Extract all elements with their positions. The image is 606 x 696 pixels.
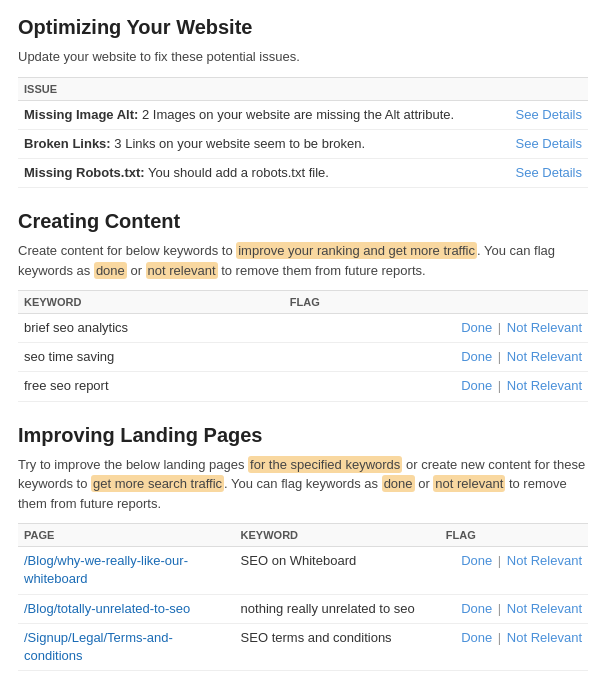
issue-detail: 3 Links on your website seem to be broke… — [114, 136, 365, 151]
creating-content-desc: Create content for below keywords to imp… — [18, 241, 588, 280]
table-row: Missing Robots.txt: You should add a rob… — [18, 158, 588, 187]
highlight-not-relevant: not relevant — [146, 262, 218, 279]
table-row: Broken Links: 3 Links on your website se… — [18, 129, 588, 158]
separator: | — [494, 320, 505, 335]
issue-cell: Broken Links: 3 Links on your website se… — [18, 129, 502, 158]
done-link[interactable]: Done — [461, 601, 492, 616]
separator: | — [494, 553, 505, 568]
keyword-cell: brief seo analytics — [18, 314, 284, 343]
flag-cell: Done | Not Relevant — [284, 314, 588, 343]
flag-cell: Done | Not Relevant — [440, 547, 588, 594]
highlight-not-relevant2: not relevant — [433, 475, 505, 492]
keyword-cell: seo time saving — [18, 343, 284, 372]
keywords-table-header-keyword: KEYWORD — [18, 291, 284, 314]
keyword-cell: nothing really unrelated to seo — [235, 594, 440, 623]
see-details-link[interactable]: See Details — [516, 165, 582, 180]
issues-table: ISSUE Missing Image Alt: 2 Images on you… — [18, 77, 588, 189]
table-row: brief seo analytics Done | Not Relevant — [18, 314, 588, 343]
issues-table-header-action — [502, 77, 588, 100]
page-cell: /Blog/why-we-really-like-our-whiteboard — [18, 547, 235, 594]
creating-content-title: Creating Content — [18, 210, 588, 233]
improving-landing-pages-section: Improving Landing Pages Try to improve t… — [18, 424, 588, 671]
done-link[interactable]: Done — [461, 349, 492, 364]
flag-cell: Done | Not Relevant — [440, 623, 588, 670]
creating-content-section: Creating Content Create content for belo… — [18, 210, 588, 402]
flag-cell: Done | Not Relevant — [440, 594, 588, 623]
see-details-link[interactable]: See Details — [516, 107, 582, 122]
done-link[interactable]: Done — [461, 320, 492, 335]
keyword-cell: SEO terms and conditions — [235, 623, 440, 670]
action-cell: See Details — [502, 158, 588, 187]
table-row: /Blog/why-we-really-like-our-whiteboard … — [18, 547, 588, 594]
action-cell: See Details — [502, 129, 588, 158]
optimize-website-desc: Update your website to fix these potenti… — [18, 47, 588, 67]
highlight-done2: done — [382, 475, 415, 492]
keyword-cell: SEO on Whiteboard — [235, 547, 440, 594]
issue-label: Missing Image Alt: — [24, 107, 138, 122]
separator: | — [494, 630, 505, 645]
not-relevant-link[interactable]: Not Relevant — [507, 349, 582, 364]
see-details-link[interactable]: See Details — [516, 136, 582, 151]
not-relevant-link[interactable]: Not Relevant — [507, 378, 582, 393]
not-relevant-link[interactable]: Not Relevant — [507, 553, 582, 568]
not-relevant-link[interactable]: Not Relevant — [507, 320, 582, 335]
page-link[interactable]: /Blog/why-we-really-like-our-whiteboard — [24, 553, 188, 586]
table-row: /Blog/totally-unrelated-to-seo nothing r… — [18, 594, 588, 623]
page-link[interactable]: /Blog/totally-unrelated-to-seo — [24, 601, 190, 616]
issue-cell: Missing Robots.txt: You should add a rob… — [18, 158, 502, 187]
table-row: free seo report Done | Not Relevant — [18, 372, 588, 401]
done-link[interactable]: Done — [461, 630, 492, 645]
table-row: Missing Image Alt: 2 Images on your webs… — [18, 100, 588, 129]
optimize-website-section: Optimizing Your Website Update your webs… — [18, 16, 588, 188]
issue-detail: You should add a robots.txt file. — [148, 165, 329, 180]
flag-cell: Done | Not Relevant — [284, 372, 588, 401]
landing-pages-header-page: PAGE — [18, 524, 235, 547]
not-relevant-link[interactable]: Not Relevant — [507, 601, 582, 616]
highlight-specified-keywords: for the specified keywords — [248, 456, 402, 473]
landing-pages-table: PAGE KEYWORD FLAG /Blog/why-we-really-li… — [18, 523, 588, 671]
page-link[interactable]: /Signup/Legal/Terms-and-conditions — [24, 630, 173, 663]
flag-cell: Done | Not Relevant — [284, 343, 588, 372]
separator: | — [494, 349, 505, 364]
table-row: /Signup/Legal/Terms-and-conditions SEO t… — [18, 623, 588, 670]
issue-label: Broken Links: — [24, 136, 111, 151]
issue-detail: 2 Images on your website are missing the… — [142, 107, 454, 122]
table-row: seo time saving Done | Not Relevant — [18, 343, 588, 372]
page-cell: /Signup/Legal/Terms-and-conditions — [18, 623, 235, 670]
action-cell: See Details — [502, 100, 588, 129]
done-link[interactable]: Done — [461, 553, 492, 568]
improving-landing-pages-title: Improving Landing Pages — [18, 424, 588, 447]
highlight-done: done — [94, 262, 127, 279]
improving-landing-pages-desc: Try to improve the below landing pages f… — [18, 455, 588, 514]
separator: | — [494, 601, 505, 616]
landing-pages-header-keyword: KEYWORD — [235, 524, 440, 547]
not-relevant-link[interactable]: Not Relevant — [507, 630, 582, 645]
keyword-cell: free seo report — [18, 372, 284, 401]
separator: | — [494, 378, 505, 393]
issue-cell: Missing Image Alt: 2 Images on your webs… — [18, 100, 502, 129]
issue-label: Missing Robots.txt: — [24, 165, 145, 180]
keywords-table-header-flag: FLAG — [284, 291, 588, 314]
keywords-table: KEYWORD FLAG brief seo analytics Done | … — [18, 290, 588, 402]
issues-table-header-issue: ISSUE — [18, 77, 502, 100]
page-cell: /Blog/totally-unrelated-to-seo — [18, 594, 235, 623]
landing-pages-header-flag: FLAG — [440, 524, 588, 547]
highlight-ranking: improve your ranking and get more traffi… — [236, 242, 477, 259]
highlight-search-traffic: get more search traffic — [91, 475, 224, 492]
done-link[interactable]: Done — [461, 378, 492, 393]
optimize-website-title: Optimizing Your Website — [18, 16, 588, 39]
